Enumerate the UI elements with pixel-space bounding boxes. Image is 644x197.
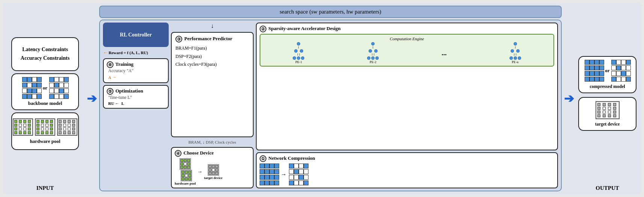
compressed-model-label: compressed model: [590, 84, 625, 89]
perf-line2: DSP=F2(para): [175, 53, 249, 61]
pe-row: PE-1: [263, 42, 551, 64]
l-ru-row: RU ← L: [107, 101, 165, 106]
training-title: ⑥ Training: [107, 61, 165, 68]
pe-2-label: PE-2: [370, 60, 376, 64]
training-subtitle: Accuracy "A": [107, 68, 165, 74]
a-label: A: [108, 75, 111, 80]
perf-num: ③: [175, 36, 182, 42]
perf-title: ③ Performance Predictor: [175, 36, 249, 42]
nc-icons-row: →: [260, 164, 554, 185]
pe-tree-top: [297, 42, 300, 45]
hw-chip-3: [57, 118, 77, 136]
choose-hw-pool: hardware pool: [175, 158, 196, 185]
input-panel: Latency Constraints Accuracy Constraints…: [6, 6, 85, 191]
pe-n-label: PE-n: [512, 60, 519, 64]
rl-controller-label: RL Controller: [120, 32, 152, 38]
compressed-icons: or: [585, 60, 630, 82]
target-device-box: target device: [578, 97, 636, 131]
output-label: OUTPUT: [596, 185, 619, 191]
backbone-label: backbone model: [28, 100, 62, 106]
hw-pool-input-label: hardware pool: [30, 138, 60, 144]
output-panel: or compressed model: [576, 6, 638, 191]
perf-line3: Clock cycles=F3(para): [175, 61, 249, 69]
nc-title: ① Network Compression: [260, 155, 554, 162]
computation-engine-box: Computation Engine: [260, 34, 554, 67]
device-icons-row: hardware pool → target device: [175, 158, 250, 185]
target-grid: [208, 164, 219, 176]
optimization-subtitle: "fine-tune L": [107, 95, 165, 100]
hw-grid-1: [13, 118, 33, 136]
optimization-box: ⑤ Optimization "fine-tune L" RU ← L: [103, 85, 169, 109]
training-num: ⑥: [107, 61, 113, 68]
hw-chip-1: [13, 118, 33, 136]
pe2-bottom-lines: [372, 53, 374, 56]
nc-num: ①: [260, 155, 266, 162]
orange-arrow-right-a: →: [112, 74, 116, 80]
choose-target-device: target device: [204, 164, 222, 180]
pe2-line-l: [372, 53, 372, 56]
hw-pool-input-box: hardware pool: [11, 112, 79, 150]
inner-mid-column: ↓ ③ Performance Predictor BRAM=F1(para) …: [171, 23, 254, 188]
middle-to-output-arrow: ➔: [564, 6, 574, 191]
pen-line-1: [515, 46, 516, 48]
bram-label: BRAM, ↓ DSP, Clock cycles: [171, 139, 254, 145]
orange-arrow-left: ←: [103, 50, 108, 56]
backbone-model-box: or backbone model: [11, 73, 79, 110]
pen-bottom-nodes: [509, 56, 521, 60]
reward-label: Reward = f (A, L, RU): [109, 50, 148, 55]
pe-2-unit: PE-2: [367, 42, 379, 64]
search-space-bar: search space (sw parameters, hw paramete…: [99, 6, 562, 18]
choose-device-title: ④ Choose Device: [175, 150, 250, 157]
perf-line1: BRAM=F1(para): [175, 44, 249, 53]
blue-arrow-right-2: ➔: [564, 91, 574, 106]
compressed-model-box: or compressed model: [578, 56, 636, 93]
backbone-grid-2: [49, 77, 68, 99]
ru-label: RU: [108, 101, 114, 106]
pe-dots-unit: ...: [441, 50, 447, 56]
compressed-dense-grid: [585, 60, 603, 82]
nc-compress-arrow: →: [281, 171, 287, 178]
pe-tree-mid: [294, 49, 303, 53]
pe-ellipsis: ...: [441, 50, 447, 56]
pen-bottom-lines: [514, 53, 516, 56]
inner-right-column: ② Sparsity-aware Accelerator Design Comp…: [256, 23, 558, 188]
pe2-line-1: [373, 46, 373, 48]
choose-hw-label: hardware pool: [175, 182, 196, 185]
pen-tree-mid: [511, 49, 520, 53]
hw-pool-icons: [13, 118, 77, 136]
network-compression-box: ① Network Compression →: [256, 152, 558, 188]
pe-bottom-nodes: [293, 56, 304, 60]
sparsity-title: ② Sparsity-aware Accelerator Design: [260, 26, 554, 32]
or-text-1: or: [43, 85, 47, 91]
reward-arrow-row: ← Reward = f (A, L, RU): [103, 50, 169, 56]
choose-hw-grid: [180, 158, 191, 170]
input-label: INPUT: [36, 185, 54, 191]
pe2-bottom-nodes: [367, 56, 379, 60]
search-space-label: search space (sw parameters, hw paramete…: [280, 9, 381, 15]
pen-line-l: [514, 53, 514, 56]
pe-1-unit: PE-1: [293, 42, 304, 64]
blue-arrow-right-1: ➔: [87, 91, 97, 106]
training-a-arrow: A →: [107, 74, 165, 80]
pe-1-tree: [293, 42, 304, 60]
optimization-title: ⑤ Optimization: [107, 88, 165, 95]
pe2-tree-top: [371, 42, 375, 45]
backbone-grid-1: [22, 77, 41, 99]
pe-line-1: [298, 46, 299, 48]
hw-grid-2: [35, 118, 55, 136]
perf-formulas: BRAM=F1(para) DSP=F2(para) Clock cycles=…: [175, 44, 249, 69]
ce-title: Computation Engine: [263, 36, 551, 41]
inner-rounded-container: RL Controller ← Reward = f (A, L, RU) ⑥ …: [99, 20, 562, 191]
hw-to-target-arrow: →: [197, 169, 203, 175]
pe-1-label: PE-1: [295, 60, 302, 64]
training-box: ⑥ Training Accuracy "A" A →: [103, 58, 169, 83]
nc-dense-grid: [260, 164, 278, 185]
target-device-label: target device: [595, 121, 620, 127]
performance-predictor-box: ③ Performance Predictor BRAM=F1(para) DS…: [171, 32, 254, 137]
hw-grid-3: [57, 118, 77, 136]
choose-device-num: ④: [175, 150, 181, 157]
target-device-icon: [596, 101, 620, 119]
sparsity-box: ② Sparsity-aware Accelerator Design Comp…: [256, 23, 558, 150]
pe-n-unit: PE-n: [509, 42, 521, 64]
rl-controller-box: RL Controller: [103, 23, 169, 47]
